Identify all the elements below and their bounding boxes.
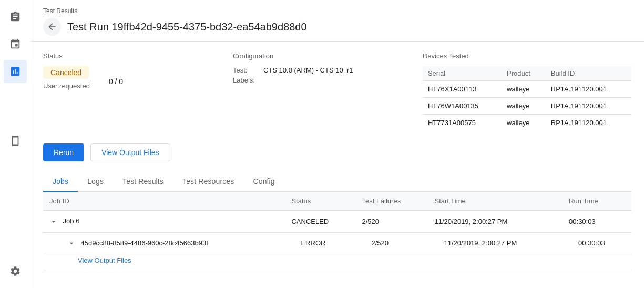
- sub-job-start: 11/20/2019, 2:00:27 PM: [428, 232, 563, 254]
- jobs-col-failures: Test Failures: [355, 192, 428, 211]
- sub-view-output-link[interactable]: View Output Files: [78, 256, 131, 264]
- sidebar-item-chart[interactable]: [4, 60, 27, 83]
- device-build: RP1A.191120.001: [546, 98, 631, 115]
- tab-jobs[interactable]: Jobs: [43, 172, 78, 192]
- job-start: 11/20/2019, 2:00:27 PM: [428, 211, 563, 233]
- device-build: RP1A.191120.001: [546, 81, 631, 98]
- sidebar-item-clipboard[interactable]: [4, 5, 27, 28]
- devices-row: HT76W1A00135 walleye RP1A.191120.001: [423, 98, 631, 115]
- rerun-button[interactable]: Rerun: [43, 143, 84, 161]
- devices-row: HT7731A00575 walleye RP1A.191120.001: [423, 115, 631, 131]
- device-serial: HT76W1A00135: [423, 98, 502, 115]
- config-label: Configuration: [233, 52, 423, 60]
- page-header: Test Run 19ffb42d-9455-4375-bd32-ea54ab9…: [43, 18, 631, 36]
- jobs-row: Job 6 CANCELED 2/520 11/20/2019, 2:00:27…: [43, 211, 631, 233]
- config-test-val: CTS 10.0 (ARM) - CTS 10_r1: [263, 66, 353, 74]
- tab-test-results[interactable]: Test Results: [113, 172, 173, 192]
- tab-logs[interactable]: Logs: [78, 172, 113, 192]
- page-title: Test Run 19ffb42d-9455-4375-bd32-ea54ab9…: [67, 21, 307, 33]
- view-output-button[interactable]: View Output Files: [90, 143, 170, 161]
- device-product: walleye: [502, 115, 546, 131]
- job-status: CANCELED: [285, 211, 355, 233]
- devices-col-serial: Serial: [423, 66, 502, 81]
- devices-block: Devices Tested Serial Product Build ID H…: [423, 52, 631, 131]
- sub-job-status: ERROR: [285, 232, 355, 254]
- sidebar-item-settings[interactable]: [4, 260, 27, 283]
- device-product: walleye: [502, 98, 546, 115]
- devices-table: Serial Product Build ID HT76X1A00113 wal…: [423, 66, 631, 131]
- status-block: Status Canceled User requested 0 / 0: [43, 52, 233, 131]
- jobs-col-start: Start Time: [428, 192, 563, 211]
- back-button[interactable]: [43, 18, 61, 36]
- jobs-sub-row: 45d9cc88-8589-4486-960c-28c45663b93f ERR…: [43, 232, 631, 254]
- sub-job-id: 45d9cc88-8589-4486-960c-28c45663b93f: [43, 232, 285, 254]
- job-id: Job 6: [43, 211, 285, 233]
- config-labels-row: Labels:: [233, 76, 423, 84]
- tabs: JobsLogsTest ResultsTest ResourcesConfig: [43, 172, 631, 192]
- sidebar-item-calendar[interactable]: [4, 33, 27, 56]
- devices-col-product: Product: [502, 66, 546, 81]
- status-label: Status: [43, 52, 233, 60]
- breadcrumb: Test Results: [43, 7, 631, 15]
- tab-test-resources[interactable]: Test Resources: [173, 172, 243, 192]
- config-labels-key: Labels:: [233, 76, 259, 84]
- device-product: walleye: [502, 81, 546, 98]
- jobs-table: Job ID Status Test Failures Start Time R…: [43, 192, 631, 270]
- sub-job-runtime: 00:30:03: [563, 232, 631, 254]
- info-section: Status Canceled User requested 0 / 0 Con…: [43, 52, 631, 131]
- job-runtime: 00:30:03: [563, 211, 631, 233]
- device-serial: HT7731A00575: [423, 115, 502, 131]
- devices-col-build: Build ID: [546, 66, 631, 81]
- chevron-down-icon[interactable]: [49, 218, 58, 226]
- status-row: Canceled User requested 0 / 0: [43, 66, 233, 96]
- jobs-col-status: Status: [285, 192, 355, 211]
- sub-job-failures: 2/520: [355, 232, 428, 254]
- progress-text: 0 / 0: [109, 77, 123, 86]
- devices-row: HT76X1A00113 walleye RP1A.191120.001: [423, 81, 631, 98]
- header: Test Results Test Run 19ffb42d-9455-4375…: [30, 0, 644, 42]
- action-buttons: Rerun View Output Files: [43, 143, 631, 161]
- config-block: Configuration Test: CTS 10.0 (ARM) - CTS…: [233, 52, 423, 131]
- content-area: Status Canceled User requested 0 / 0 Con…: [30, 42, 644, 288]
- job-failures: 2/520: [355, 211, 428, 233]
- chevron-down-icon[interactable]: [67, 239, 76, 248]
- jobs-col-runtime: Run Time: [563, 192, 631, 211]
- status-sub: User requested: [43, 82, 90, 90]
- tab-config[interactable]: Config: [243, 172, 284, 192]
- device-serial: HT76X1A00113: [423, 81, 502, 98]
- sidebar: [0, 0, 30, 288]
- status-badge: Canceled: [43, 66, 89, 79]
- sidebar-item-phone[interactable]: [4, 129, 27, 152]
- view-output-row: View Output Files: [43, 254, 631, 270]
- config-test-key: Test:: [233, 66, 259, 74]
- devices-label: Devices Tested: [423, 52, 631, 60]
- config-test-row: Test: CTS 10.0 (ARM) - CTS 10_r1: [233, 66, 423, 74]
- device-build: RP1A.191120.001: [546, 115, 631, 131]
- main-content: Test Results Test Run 19ffb42d-9455-4375…: [30, 0, 644, 288]
- jobs-col-id: Job ID: [43, 192, 285, 211]
